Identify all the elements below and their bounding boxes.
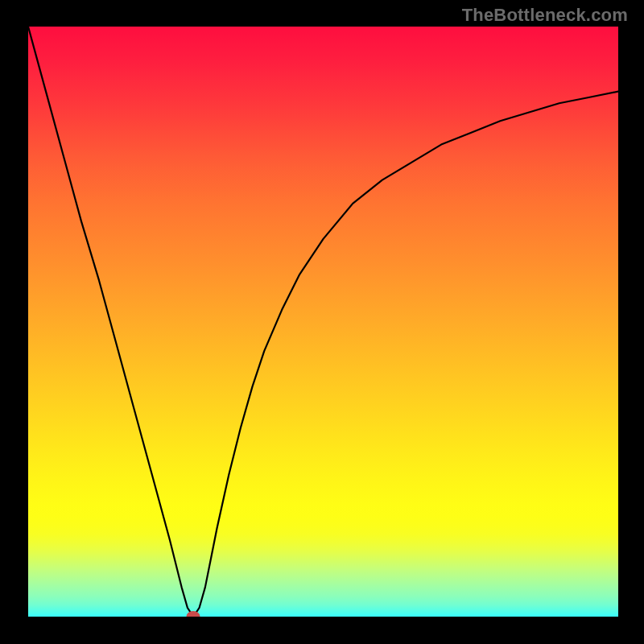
bottleneck-curve bbox=[28, 27, 618, 617]
optimal-point-marker bbox=[187, 611, 200, 617]
curve-layer bbox=[28, 27, 618, 617]
chart-container: TheBottleneck.com bbox=[0, 0, 644, 644]
watermark-text: TheBottleneck.com bbox=[462, 5, 628, 26]
plot-area bbox=[28, 27, 618, 617]
